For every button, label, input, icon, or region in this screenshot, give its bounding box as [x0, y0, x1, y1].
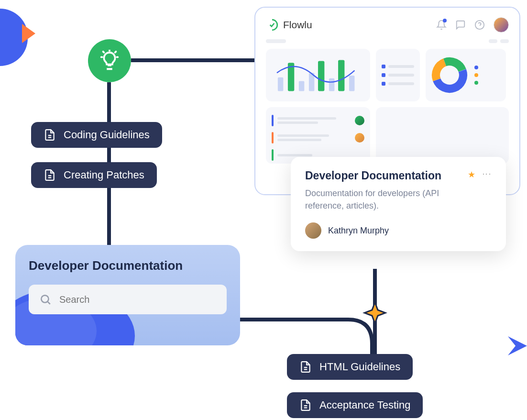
app-name: Flowlu: [283, 19, 312, 31]
app-header: Flowlu: [266, 15, 509, 34]
doc-item-coding-guidelines[interactable]: Coding Guidelines: [31, 122, 162, 148]
svg-rect-13: [329, 78, 334, 91]
app-header-icons: [436, 17, 509, 33]
doc-author: Kathryn Murphy: [305, 222, 492, 239]
search-box[interactable]: [29, 285, 227, 314]
document-icon: [44, 129, 56, 141]
star-icon[interactable]: ★: [468, 169, 475, 180]
donut-widget[interactable]: [426, 49, 506, 101]
lightbulb-icon: [99, 50, 121, 72]
doc-item-label: HTML Guidelines: [319, 361, 400, 373]
list-widget[interactable]: [376, 49, 420, 101]
developer-docs-search-card: Developer Documentation: [15, 245, 240, 345]
chart-widget[interactable]: [266, 49, 370, 101]
notifications-icon[interactable]: [436, 20, 447, 30]
svg-rect-15: [349, 76, 354, 91]
dashboard-widget-row: [266, 49, 509, 101]
doc-item-label: Coding Guidelines: [64, 129, 150, 141]
skeleton-bar: [500, 39, 509, 43]
decorative-blue-shape-right: [509, 336, 527, 375]
svg-line-2: [103, 52, 104, 53]
svg-rect-12: [318, 61, 324, 91]
doc-item-label: Creating Patches: [64, 169, 144, 181]
skeleton-bar: [489, 39, 497, 43]
decorative-orange-triangle: [22, 24, 35, 43]
app-logo: Flowlu: [266, 19, 312, 31]
svg-line-6: [48, 302, 50, 304]
skeleton-bar: [266, 39, 286, 43]
user-avatar[interactable]: [494, 17, 509, 33]
feed-widget[interactable]: [266, 107, 370, 164]
search-card-title: Developer Documentation: [29, 258, 227, 273]
developer-documentation-card[interactable]: Developer Documentation Documentation fo…: [291, 157, 506, 251]
document-icon: [299, 361, 312, 373]
svg-rect-8: [278, 77, 283, 91]
svg-point-5: [41, 295, 48, 302]
svg-line-1: [115, 52, 116, 53]
document-icon: [44, 169, 56, 181]
sparkle-decoration: [362, 300, 387, 325]
svg-rect-14: [338, 60, 344, 91]
search-input[interactable]: [59, 294, 216, 305]
dashboard-widget-row-2: [266, 107, 509, 164]
help-icon[interactable]: [474, 20, 485, 30]
idea-circle: [88, 39, 131, 82]
connector-line: [131, 58, 254, 62]
more-icon[interactable]: ⋮: [482, 170, 492, 179]
author-name: Kathryn Murphy: [328, 226, 389, 236]
chat-icon[interactable]: [455, 20, 466, 30]
doc-item-acceptance-testing[interactable]: Acceptance Testing: [287, 392, 423, 418]
empty-widget[interactable]: [376, 107, 509, 164]
flowlu-logo-icon: [266, 19, 278, 31]
author-avatar: [305, 222, 321, 239]
feed-avatar: [355, 133, 364, 143]
doc-item-creating-patches[interactable]: Creating Patches: [31, 162, 157, 188]
dashboard-breadcrumb-row: [266, 39, 509, 43]
document-icon: [299, 399, 312, 411]
feed-avatar: [355, 116, 364, 125]
doc-card-description: Documentation for developers (API refere…: [305, 187, 468, 212]
search-icon: [39, 293, 52, 306]
doc-item-html-guidelines[interactable]: HTML Guidelines: [287, 354, 413, 380]
doc-card-title: Developer Documentation: [305, 169, 468, 182]
svg-rect-10: [299, 81, 304, 91]
doc-item-label: Acceptance Testing: [319, 399, 410, 411]
